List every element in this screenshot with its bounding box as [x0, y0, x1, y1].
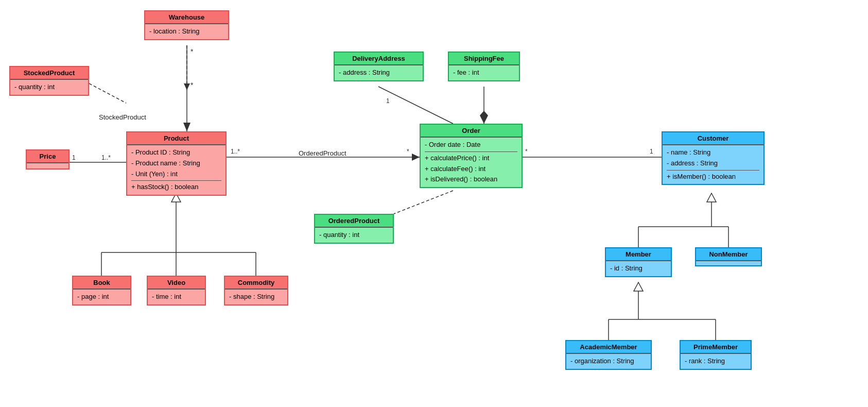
- warehouse-header: Warehouse: [145, 11, 228, 24]
- svg-marker-17: [412, 154, 420, 161]
- non-member-body: [696, 261, 761, 265]
- prime-member-class: PrimeMember - rank : String: [680, 340, 752, 370]
- svg-marker-6: [183, 123, 190, 131]
- delivery-address-header: DeliveryAddress: [335, 53, 423, 65]
- svg-text:1: 1: [72, 154, 76, 161]
- svg-marker-23: [480, 111, 488, 124]
- product-body: - Product ID : String - Product name : S…: [127, 145, 225, 195]
- ordered-product-body: - quantity : int: [315, 228, 393, 243]
- book-class: Book - page : int: [72, 276, 131, 306]
- stocked-product-header: StockedProduct: [10, 67, 88, 80]
- product-header: Product: [127, 132, 225, 145]
- video-body: - time : int: [148, 290, 205, 304]
- customer-header: Customer: [663, 132, 763, 145]
- svg-text:1..*: 1..*: [231, 148, 240, 155]
- book-header: Book: [73, 277, 130, 290]
- stocked-product-link-label: StockedProduct: [99, 113, 146, 121]
- member-body: - id : String: [606, 261, 671, 276]
- order-body: - Order date : Date + calculatePrice() :…: [421, 138, 522, 187]
- ordered-product-class: OrderedProduct - quantity : int: [314, 214, 394, 244]
- price-class: Price: [26, 149, 70, 169]
- uml-diagram: * * 1..* 1 1..* * 1: [0, 0, 868, 407]
- price-header: Price: [27, 150, 68, 163]
- academic-member-header: AcademicMember: [566, 341, 651, 354]
- svg-text:1: 1: [650, 148, 653, 155]
- shipping-fee-body: - fee : int: [449, 65, 519, 80]
- svg-marker-37: [634, 282, 643, 291]
- delivery-address-body: - address : String: [335, 65, 423, 80]
- video-class: Video - time : int: [147, 276, 206, 306]
- prime-member-header: PrimeMember: [681, 341, 751, 354]
- video-header: Video: [148, 277, 205, 290]
- shipping-fee-header: ShippingFee: [449, 53, 519, 65]
- svg-text:1: 1: [386, 97, 390, 105]
- customer-class: Customer - name : String - address : Str…: [662, 131, 765, 185]
- order-header: Order: [421, 125, 522, 138]
- svg-text:*: *: [190, 81, 194, 89]
- product-class: Product - Product ID : String - Product …: [126, 131, 227, 196]
- price-body: [27, 163, 68, 168]
- svg-line-27: [394, 191, 453, 214]
- stocked-product-class: StockedProduct - quantity : int: [9, 66, 89, 96]
- svg-line-2: [89, 83, 126, 103]
- ordered-product-header: OrderedProduct: [315, 215, 393, 228]
- customer-body: - name : String - address : String + isM…: [663, 145, 763, 184]
- commodity-class: Commodity - shape : String: [224, 276, 288, 306]
- order-class: Order - Order date : Date + calculatePri…: [420, 124, 523, 188]
- svg-line-20: [378, 87, 453, 124]
- book-body: - page : int: [73, 290, 130, 304]
- academic-member-class: AcademicMember - organization : String: [565, 340, 652, 370]
- non-member-class: NonMember: [695, 247, 762, 266]
- commodity-body: - shape : String: [225, 290, 287, 304]
- stocked-product-body: - quantity : int: [10, 80, 88, 95]
- svg-marker-32: [707, 193, 716, 202]
- svg-text:*: *: [525, 148, 528, 155]
- commodity-header: Commodity: [225, 277, 287, 290]
- svg-text:*: *: [190, 47, 194, 56]
- member-header: Member: [606, 248, 671, 261]
- delivery-address-class: DeliveryAddress - address : String: [334, 52, 424, 81]
- non-member-header: NonMember: [696, 248, 761, 261]
- svg-text:1..*: 1..*: [101, 154, 111, 161]
- warehouse-class: Warehouse - location : String: [144, 10, 229, 40]
- prime-member-body: - rank : String: [681, 354, 751, 369]
- academic-member-body: - organization : String: [566, 354, 651, 369]
- svg-marker-1: [184, 83, 190, 90]
- warehouse-body: - location : String: [145, 24, 228, 39]
- member-class: Member - id : String: [605, 247, 672, 277]
- shipping-fee-class: ShippingFee - fee : int: [448, 52, 520, 81]
- svg-text:*: *: [407, 148, 409, 155]
- ordered-product-link-label: OrderedProduct: [299, 149, 346, 157]
